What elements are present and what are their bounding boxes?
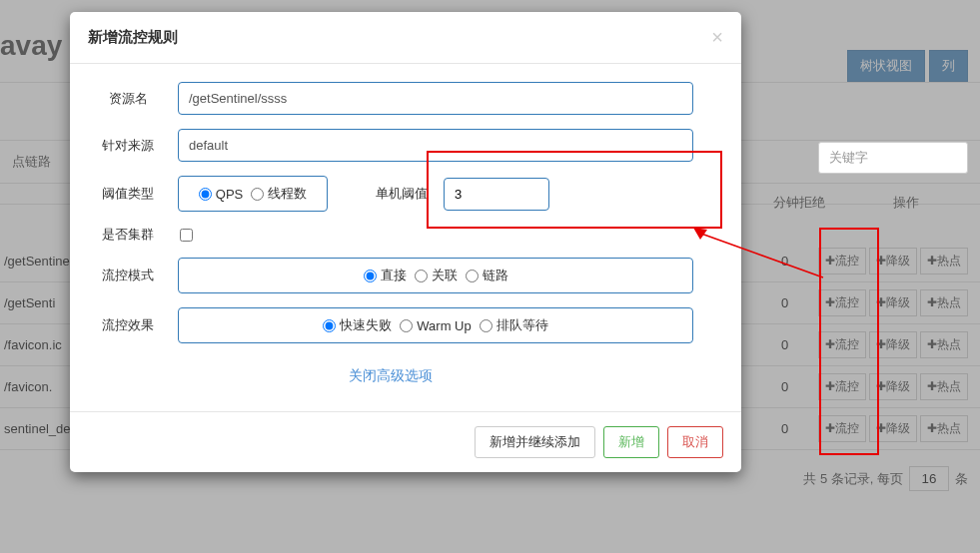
label-threshold: 单机阈值 [376,185,428,203]
radio-threads[interactable]: 线程数 [251,185,307,203]
row-effect: 流控效果 快速失败 Warm Up 排队等待 [88,307,693,343]
mode-group: 直接 关联 链路 [178,258,693,293]
modal-title: 新增流控规则 [88,28,178,47]
keyword-input[interactable]: 关键字 [818,142,968,174]
add-button[interactable]: 新增 [603,426,659,458]
modal-header: 新增流控规则 × [70,12,741,64]
radio-relate[interactable]: 关联 [415,267,458,284]
radio-warmup[interactable]: Warm Up [400,318,471,333]
row-origin: 针对来源 [88,129,693,162]
label-mode: 流控模式 [88,267,178,284]
row-cluster: 是否集群 [88,226,693,244]
radio-direct[interactable]: 直接 [364,267,407,284]
label-resource: 资源名 [88,90,178,108]
label-cluster: 是否集群 [88,226,178,244]
label-origin: 针对来源 [88,137,178,155]
toggle-advanced-link[interactable]: 关闭高级选项 [88,357,693,399]
row-resource: 资源名 [88,82,693,115]
resource-input[interactable] [178,82,693,115]
radio-queue[interactable]: 排队等待 [480,316,548,334]
label-threshold-type: 阈值类型 [88,185,178,203]
cancel-button[interactable]: 取消 [667,426,723,458]
origin-input[interactable] [178,129,693,162]
add-flow-rule-modal: 新增流控规则 × 资源名 针对来源 阈值类型 QPS 线程数 单机阈值 是否集群… [70,12,741,472]
radio-qps[interactable]: QPS [199,187,243,202]
effect-group: 快速失败 Warm Up 排队等待 [178,307,693,343]
row-mode: 流控模式 直接 关联 链路 [88,258,693,293]
modal-body: 资源名 针对来源 阈值类型 QPS 线程数 单机阈值 是否集群 流控模式 直接 … [70,64,741,411]
row-threshold-type: 阈值类型 QPS 线程数 单机阈值 [88,176,693,212]
radio-chain[interactable]: 链路 [466,267,508,284]
modal-footer: 新增并继续添加 新增 取消 [70,411,741,472]
threshold-type-group: QPS 线程数 [178,176,328,212]
add-continue-button[interactable]: 新增并继续添加 [475,426,595,458]
label-effect: 流控效果 [88,316,178,334]
threshold-input[interactable] [444,178,549,211]
cluster-checkbox[interactable] [180,229,193,242]
close-icon[interactable]: × [711,26,723,49]
radio-fail[interactable]: 快速失败 [323,316,392,334]
